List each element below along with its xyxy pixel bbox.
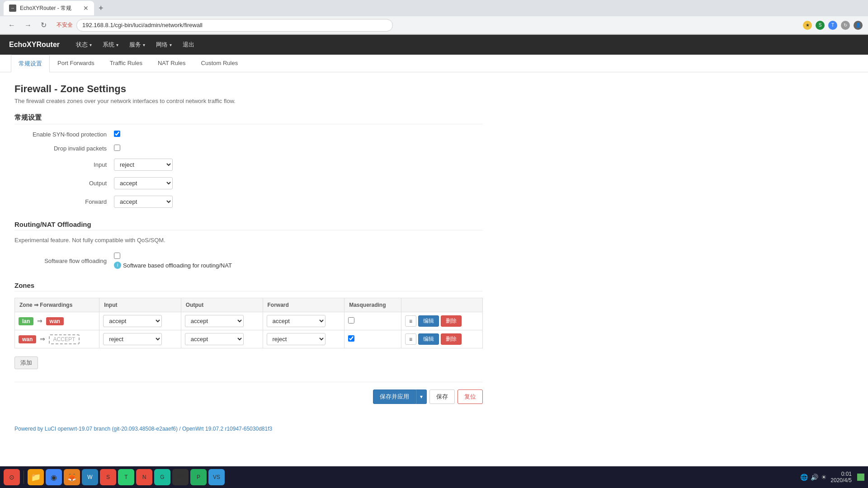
col-actions (401, 298, 483, 312)
software-flow-row: Software flow offloading i Software base… (14, 253, 483, 269)
network-arrow-icon: ▾ (170, 42, 172, 47)
row1-delete-button[interactable]: 删除 (441, 315, 462, 327)
forward-button[interactable]: → (22, 19, 34, 31)
taskbar-pycharm-icon[interactable]: P (190, 469, 207, 485)
zones-heading: Zones (14, 282, 483, 291)
nav-system[interactable]: 系统 ▾ (103, 37, 118, 52)
syn-flood-label: Enable SYN-flood protection (14, 131, 114, 138)
address-bar-input[interactable] (76, 19, 393, 32)
save-button[interactable]: 保存 (429, 389, 455, 404)
taskbar-terminal-icon[interactable]: ⌨ (172, 469, 189, 485)
taskbar-separator (24, 470, 24, 484)
taskbar-notesapp-icon[interactable]: N (136, 469, 152, 485)
row2-delete-button[interactable]: 删除 (441, 333, 462, 345)
row1-edit-button[interactable]: 编辑 (418, 315, 439, 327)
nav-status[interactable]: 状态 ▾ (76, 37, 92, 52)
offloading-heading: Routing/NAT Offloading (14, 221, 483, 230)
back-button[interactable]: ← (5, 19, 18, 31)
save-apply-dropdown-button[interactable]: ▾ (416, 389, 427, 404)
forward-label: Forward (14, 198, 114, 205)
taskbar-files-icon[interactable]: 📁 (28, 469, 44, 485)
taskbar-activities-icon[interactable]: ⊙ (4, 469, 20, 485)
taskbar-firefox-icon[interactable]: 🦊 (64, 469, 80, 485)
sys-tray: 🌐 🔊 ☀ (800, 474, 827, 481)
offloading-info-text: Software based offloading for routing/NA… (123, 262, 232, 269)
tab-port-forwards[interactable]: Port Forwards (50, 55, 102, 72)
content-wrapper: 常规设置 Port Forwards Traffic Rules NAT Rul… (0, 55, 868, 470)
reload-button[interactable]: ↻ (38, 19, 49, 31)
forward-select[interactable]: accept reject drop (114, 196, 173, 208)
bookmark-icon[interactable]: ★ (803, 21, 812, 30)
offloading-section: Routing/NAT Offloading Experimental feat… (14, 221, 483, 269)
taskbar-chrome-icon[interactable]: ◉ (46, 469, 62, 485)
row2-edit-button[interactable]: 编辑 (418, 333, 439, 345)
tab-close-button[interactable]: ✕ (83, 5, 89, 12)
tab-favicon: ↔ (9, 5, 16, 12)
row1-forward-select[interactable]: accept reject drop (267, 315, 326, 327)
page-title: Firewall - Zone Settings (14, 83, 483, 95)
save-apply-button[interactable]: 保存并应用 (373, 389, 416, 404)
profile-icon[interactable]: 👤 (854, 21, 863, 30)
reset-button[interactable]: 复位 (458, 389, 483, 404)
add-zone-button[interactable]: 添加 (14, 357, 38, 369)
zone-forwardings-cell2: wan ⇒ ACCEPT (15, 330, 99, 348)
brand-name: EchoXYRouter (9, 41, 60, 49)
tab-custom-rules[interactable]: Custom Rules (193, 55, 246, 72)
zone-forwardings-cell: lan ⇒ wan (15, 312, 99, 330)
arrow-right-icon2: ⇒ (40, 335, 45, 343)
row2-forward-select[interactable]: accept reject drop (267, 333, 326, 345)
syn-flood-checkbox[interactable] (114, 131, 120, 137)
services-arrow-icon: ▾ (143, 42, 145, 47)
tab-navigation: 常规设置 Port Forwards Traffic Rules NAT Rul… (0, 55, 868, 72)
taskbar-word-icon[interactable]: W (82, 469, 98, 485)
top-navigation: EchoXYRouter 状态 ▾ 系统 ▾ 服务 ▾ 网络 ▾ 退出 (0, 35, 868, 55)
tab-traffic-rules[interactable]: Traffic Rules (102, 55, 150, 72)
accept-badge: ACCEPT (49, 334, 80, 344)
taskbar-right: 🌐 🔊 ☀ 0:01 2020/4/5 (800, 471, 864, 483)
tab-general-settings[interactable]: 常规设置 (11, 55, 50, 72)
row1-actions-cell: ≡ 编辑 删除 (401, 312, 483, 330)
brightness-tray-icon: ☀ (821, 474, 827, 481)
row1-menu-button[interactable]: ≡ (405, 315, 416, 327)
row1-input-cell: accept reject drop (99, 312, 181, 330)
row1-output-cell: accept reject drop (181, 312, 263, 330)
save-apply-group: 保存并应用 ▾ (373, 389, 427, 404)
syn-flood-row: Enable SYN-flood protection (14, 131, 483, 138)
output-select[interactable]: accept reject drop (114, 177, 173, 189)
nav-services[interactable]: 服务 ▾ (129, 37, 145, 52)
taskbar-sublime-icon[interactable]: S (100, 469, 116, 485)
input-select[interactable]: accept reject drop (114, 159, 173, 171)
taskbar-vscode-icon[interactable]: VS (208, 469, 225, 485)
powered-by-link[interactable]: Powered by LuCI openwrt-19.07 branch (gi… (14, 426, 272, 432)
col-output: Output (181, 298, 263, 312)
row1-output-select[interactable]: accept reject drop (185, 315, 244, 327)
drop-invalid-label: Drop invalid packets (14, 145, 114, 152)
zones-table: Zone ⇒ Forwardings Input Output Forward … (14, 298, 483, 348)
row2-input-select[interactable]: accept reject drop (103, 333, 162, 345)
table-row: lan ⇒ wan accept reject drop (15, 312, 483, 330)
taskbar-typora-icon[interactable]: T (118, 469, 134, 485)
new-tab-button[interactable]: + (95, 2, 107, 15)
show-desktop-button[interactable] (857, 474, 864, 481)
row2-output-select[interactable]: accept reject drop (185, 333, 244, 345)
nav-logout[interactable]: 退出 (183, 37, 194, 52)
sync-icon[interactable]: ↻ (841, 21, 850, 30)
input-label: Input (14, 161, 114, 168)
software-flow-label: Software flow offloading (14, 258, 114, 264)
row2-masquerade-checkbox[interactable] (348, 335, 354, 342)
security-label: 不安全 (57, 21, 73, 29)
translate-icon[interactable]: T (828, 21, 837, 30)
row2-menu-button[interactable]: ≡ (405, 333, 416, 345)
drop-invalid-checkbox[interactable] (114, 145, 120, 151)
row1-masquerade-checkbox[interactable] (348, 317, 354, 324)
tab-nat-rules[interactable]: NAT Rules (150, 55, 193, 72)
page-subtitle: The firewall creates zones over your net… (14, 98, 483, 104)
main-content: Firewall - Zone Settings The firewall cr… (0, 72, 497, 470)
browser-tab[interactable]: ↔ EchoXYRouter - 常规 ✕ (4, 1, 94, 15)
nav-network[interactable]: 网络 ▾ (156, 37, 172, 52)
software-flow-checkbox[interactable] (114, 253, 120, 259)
taskbar-gitkraken-icon[interactable]: G (154, 469, 170, 485)
col-masquerading: Masquerading (344, 298, 401, 312)
row1-input-select[interactable]: accept reject drop (103, 315, 162, 327)
row2-forward-cell: accept reject drop (263, 330, 344, 348)
